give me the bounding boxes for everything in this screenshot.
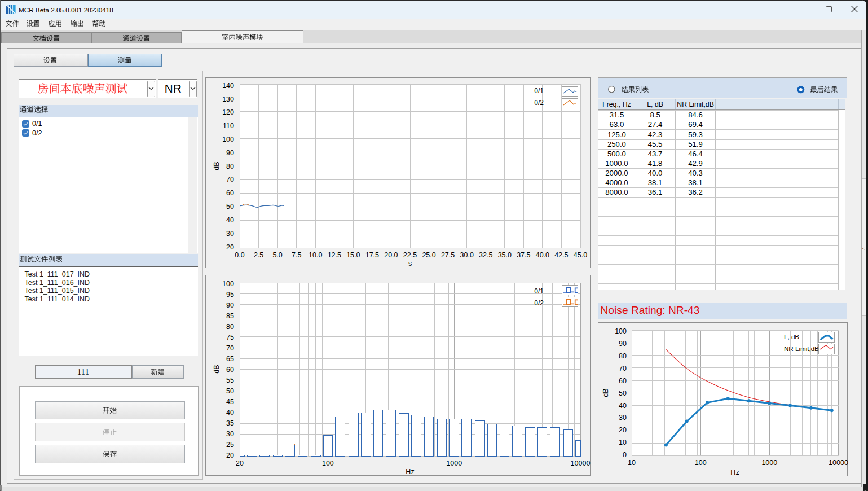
svg-text:15.0: 15.0 xyxy=(346,251,360,259)
svg-text:85: 85 xyxy=(226,312,234,320)
svg-text:45.0: 45.0 xyxy=(574,251,587,259)
svg-text:50: 50 xyxy=(619,389,627,397)
svg-text:32.5: 32.5 xyxy=(479,251,492,259)
svg-text:7.5: 7.5 xyxy=(292,251,301,259)
svg-text:30: 30 xyxy=(226,430,234,438)
svg-text:100: 100 xyxy=(695,459,707,467)
svg-text:100: 100 xyxy=(222,280,234,288)
svg-text:2.5: 2.5 xyxy=(254,251,263,259)
svg-text:dB: dB xyxy=(602,388,610,397)
svg-text:110: 110 xyxy=(223,122,234,130)
svg-text:25.0: 25.0 xyxy=(422,251,435,259)
svg-text:70: 70 xyxy=(226,344,234,352)
svg-text:65: 65 xyxy=(226,355,234,363)
svg-text:120: 120 xyxy=(222,108,234,116)
svg-text:60: 60 xyxy=(226,366,234,374)
svg-text:22.5: 22.5 xyxy=(403,251,417,259)
svg-text:42.5: 42.5 xyxy=(554,251,568,259)
svg-text:50: 50 xyxy=(226,387,234,395)
svg-text:75: 75 xyxy=(226,334,234,341)
svg-text:25: 25 xyxy=(226,441,234,449)
svg-text:1000: 1000 xyxy=(761,459,777,467)
svg-text:0/1: 0/1 xyxy=(534,87,544,95)
svg-text:40: 40 xyxy=(226,409,234,417)
svg-text:35.0: 35.0 xyxy=(498,251,512,259)
svg-text:dB: dB xyxy=(213,161,221,170)
svg-text:50: 50 xyxy=(226,203,234,211)
svg-text:20: 20 xyxy=(236,459,244,467)
svg-text:L, dB: L, dB xyxy=(784,333,799,340)
svg-text:Hz: Hz xyxy=(406,468,414,476)
svg-text:30: 30 xyxy=(619,414,627,422)
svg-text:90: 90 xyxy=(226,149,234,157)
svg-text:dB: dB xyxy=(213,365,221,373)
svg-text:30.0: 30.0 xyxy=(460,251,474,259)
svg-text:100: 100 xyxy=(615,327,627,335)
svg-text:80: 80 xyxy=(226,323,234,331)
svg-text:Hz: Hz xyxy=(730,468,739,476)
svg-text:0: 0 xyxy=(623,451,627,459)
svg-text:1000: 1000 xyxy=(446,459,462,467)
svg-text:37.5: 37.5 xyxy=(517,251,530,259)
svg-text:45: 45 xyxy=(226,398,234,406)
svg-text:0/1: 0/1 xyxy=(534,287,544,295)
svg-text:80: 80 xyxy=(619,352,627,360)
svg-text:10000: 10000 xyxy=(829,459,848,467)
svg-text:0/2: 0/2 xyxy=(534,99,544,107)
svg-text:130: 130 xyxy=(222,95,234,103)
svg-text:40: 40 xyxy=(619,402,627,410)
svg-text:0/2: 0/2 xyxy=(534,299,544,307)
svg-text:60: 60 xyxy=(619,377,627,385)
svg-text:40: 40 xyxy=(226,216,234,224)
svg-text:NR Limit,dB: NR Limit,dB xyxy=(784,345,819,352)
svg-text:10: 10 xyxy=(628,459,636,467)
svg-text:70: 70 xyxy=(619,365,627,372)
svg-text:10: 10 xyxy=(619,439,627,446)
svg-text:100: 100 xyxy=(322,459,334,467)
svg-text:35: 35 xyxy=(226,419,234,427)
svg-text:20: 20 xyxy=(226,451,234,459)
svg-text:5.0: 5.0 xyxy=(272,251,282,259)
svg-text:20: 20 xyxy=(619,426,627,434)
svg-text:40.0: 40.0 xyxy=(536,251,549,259)
svg-text:90: 90 xyxy=(619,340,627,348)
svg-text:10000: 10000 xyxy=(571,459,591,467)
svg-text:140: 140 xyxy=(222,82,234,90)
svg-text:70: 70 xyxy=(226,176,234,183)
svg-text:55: 55 xyxy=(226,376,234,384)
svg-text:20: 20 xyxy=(226,243,234,251)
svg-text:100: 100 xyxy=(222,135,234,143)
svg-text:60: 60 xyxy=(226,189,234,197)
svg-text:20.0: 20.0 xyxy=(384,251,398,259)
svg-text:10.0: 10.0 xyxy=(309,251,322,259)
svg-text:95: 95 xyxy=(226,291,234,299)
svg-text:12.5: 12.5 xyxy=(328,251,341,259)
svg-text:0.0: 0.0 xyxy=(235,251,244,259)
svg-text:80: 80 xyxy=(226,163,234,170)
svg-text:s: s xyxy=(408,260,412,268)
svg-text:90: 90 xyxy=(226,301,234,309)
svg-text:27.5: 27.5 xyxy=(441,251,455,259)
svg-text:17.5: 17.5 xyxy=(365,251,379,259)
svg-text:30: 30 xyxy=(226,230,234,238)
